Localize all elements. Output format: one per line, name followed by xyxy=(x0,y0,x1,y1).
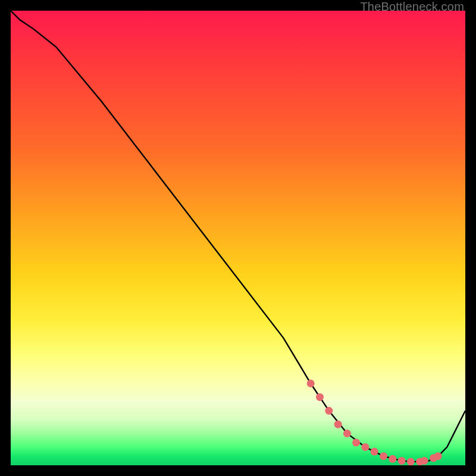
marker-dot xyxy=(361,443,369,451)
watermark-text: TheBottleneck.com xyxy=(360,0,464,14)
highlight-markers xyxy=(307,380,442,465)
marker-dot xyxy=(434,452,442,460)
marker-dot xyxy=(343,430,351,437)
marker-dot xyxy=(325,407,333,415)
marker-dot xyxy=(380,452,387,460)
marker-dot xyxy=(352,439,360,446)
marker-dot xyxy=(421,457,428,465)
bottleneck-curve xyxy=(11,11,465,462)
marker-dot xyxy=(398,457,406,465)
marker-dot xyxy=(407,458,415,465)
marker-dot xyxy=(316,393,324,401)
marker-dot xyxy=(371,448,378,456)
marker-dot xyxy=(334,421,342,428)
chart-svg xyxy=(11,11,465,465)
marker-dot xyxy=(389,455,396,463)
marker-dot xyxy=(307,380,315,387)
chart-frame xyxy=(11,11,465,465)
